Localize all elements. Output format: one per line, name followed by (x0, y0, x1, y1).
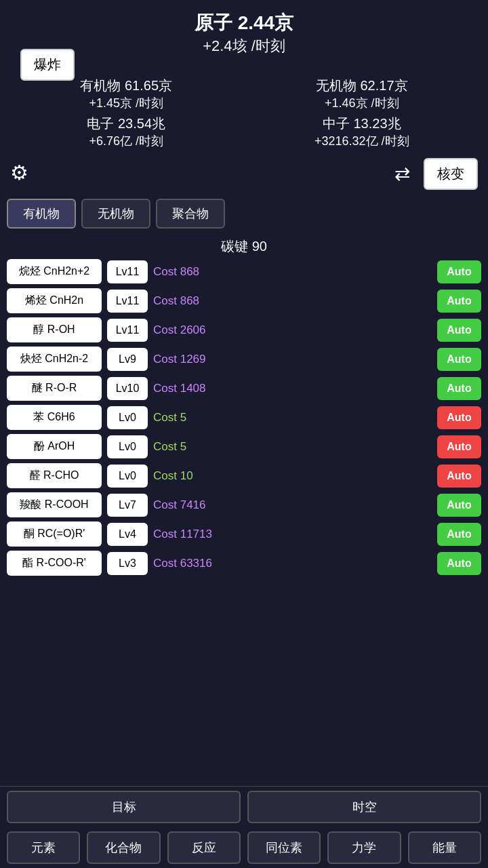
cost-label: Cost 1408 (153, 382, 432, 395)
inorganic-count: 无机物 62.17京 (246, 77, 479, 95)
level-badge: Lv4 (107, 523, 148, 546)
cost-label: Cost 1269 (153, 353, 432, 366)
cost-label: Cost 868 (153, 294, 432, 308)
cost-label: Cost 5 (153, 411, 432, 425)
auto-button[interactable]: Auto (437, 523, 481, 546)
nav-button-化合物[interactable]: 化合物 (87, 831, 160, 864)
compound-name[interactable]: 醚 R-O-R (7, 376, 102, 401)
compound-name[interactable]: 羧酸 R-COOH (7, 492, 102, 517)
compound-row: 醚 R-O-RLv10Cost 1408Auto (7, 376, 481, 401)
nav-button-同位素[interactable]: 同位素 (247, 831, 321, 864)
compound-name[interactable]: 酚 ArOH (7, 434, 102, 459)
compound-name[interactable]: 醇 R-OH (7, 317, 102, 342)
nav-button-元素[interactable]: 元素 (7, 831, 80, 864)
compound-row: 酮 RC(=O)R'Lv4Cost 11713Auto (7, 521, 481, 547)
compound-name[interactable]: 烷烃 CnH2n+2 (7, 259, 102, 284)
gear-icon[interactable]: ⚙ (10, 161, 37, 188)
compound-list: 烷烃 CnH2n+2Lv11Cost 868Auto烯烃 CnH2nLv11Co… (0, 259, 488, 576)
tab-inorganic[interactable]: 无机物 (81, 199, 150, 229)
neutron-rate: +3216.32亿 /时刻 (246, 133, 479, 149)
level-badge: Lv0 (107, 406, 148, 429)
nav-button-反应[interactable]: 反应 (167, 831, 241, 864)
compound-row: 烯烃 CnH2nLv11Cost 868Auto (7, 288, 481, 313)
compound-row: 醛 R-CHOLv0Cost 10Auto (7, 463, 481, 488)
cost-label: Cost 10 (153, 469, 432, 483)
auto-button[interactable]: Auto (437, 290, 481, 313)
stats-grid: 有机物 61.65京 +1.45京 /时刻 无机物 62.17京 +1.46京 … (0, 73, 488, 153)
tab-organic[interactable]: 有机物 (7, 199, 76, 229)
auto-button[interactable]: Auto (437, 435, 481, 458)
cost-label: Cost 2606 (153, 323, 432, 337)
compound-row: 醇 R-OHLv11Cost 2606Auto (7, 317, 481, 342)
electron-count: 电子 23.54兆 (10, 115, 243, 133)
atom-count: 原子 2.44京 (14, 10, 474, 36)
compound-name[interactable]: 烯烃 CnH2n (7, 288, 102, 313)
level-badge: Lv11 (107, 290, 148, 313)
carbon-header: 碳键 90 (0, 232, 488, 259)
level-badge: Lv10 (107, 377, 148, 400)
auto-button[interactable]: Auto (437, 552, 481, 575)
compound-row: 酚 ArOHLv0Cost 5Auto (7, 434, 481, 459)
inorganic-rate: +1.46京 /时刻 (246, 95, 479, 111)
nav-button-时空[interactable]: 时空 (247, 791, 481, 823)
compound-row: 苯 C6H6Lv0Cost 5Auto (7, 405, 481, 430)
auto-button[interactable]: Auto (437, 377, 481, 400)
level-badge: Lv11 (107, 319, 148, 342)
auto-button[interactable]: Auto (437, 406, 481, 429)
auto-button[interactable]: Auto (437, 348, 481, 371)
nav-button-力学[interactable]: 力学 (327, 831, 401, 864)
cost-label: Cost 868 (153, 265, 432, 279)
level-badge: Lv7 (107, 494, 148, 517)
cost-label: Cost 11713 (153, 528, 432, 541)
level-badge: Lv0 (107, 435, 148, 458)
compound-row: 烷烃 CnH2n+2Lv11Cost 868Auto (7, 259, 481, 284)
compound-name[interactable]: 醛 R-CHO (7, 463, 102, 488)
compound-row: 酯 R-COO-R'Lv3Cost 63316Auto (7, 551, 481, 576)
atom-rate: +2.4垓 /时刻 (14, 36, 474, 56)
compound-name[interactable]: 酮 RC(=O)R' (7, 521, 102, 547)
level-badge: Lv3 (107, 552, 148, 575)
compound-row: 炔烃 CnH2n-2Lv9Cost 1269Auto (7, 347, 481, 372)
compound-name[interactable]: 酯 R-COO-R' (7, 551, 102, 576)
compound-row: 羧酸 R-COOHLv7Cost 7416Auto (7, 492, 481, 517)
tab-polymer[interactable]: 聚合物 (156, 199, 225, 229)
tab-row: 有机物 无机物 聚合物 (0, 195, 488, 232)
compound-name[interactable]: 苯 C6H6 (7, 405, 102, 430)
electron-rate: +6.76亿 /时刻 (10, 133, 243, 149)
organic-rate: +1.45京 /时刻 (10, 95, 243, 111)
auto-button[interactable]: Auto (437, 494, 481, 517)
auto-button[interactable]: Auto (437, 319, 481, 342)
level-badge: Lv0 (107, 465, 148, 488)
cost-label: Cost 5 (153, 440, 432, 454)
nav-button-能量[interactable]: 能量 (408, 831, 481, 864)
auto-button[interactable]: Auto (437, 260, 481, 283)
cost-label: Cost 7416 (153, 498, 432, 512)
cost-label: Cost 63316 (153, 557, 432, 570)
compound-name[interactable]: 炔烃 CnH2n-2 (7, 347, 102, 372)
shuffle-icon[interactable]: ⇄ (394, 163, 410, 185)
bottom-nav: 目标时空 元素化合物反应同位素力学能量 (0, 786, 488, 868)
nuclear-button[interactable]: 核变 (424, 158, 478, 190)
level-badge: Lv9 (107, 348, 148, 371)
nav-button-目标[interactable]: 目标 (7, 791, 241, 823)
level-badge: Lv11 (107, 260, 148, 283)
explode-button[interactable]: 爆炸 (20, 49, 75, 81)
auto-button[interactable]: Auto (437, 465, 481, 488)
neutron-count: 中子 13.23兆 (246, 115, 479, 133)
